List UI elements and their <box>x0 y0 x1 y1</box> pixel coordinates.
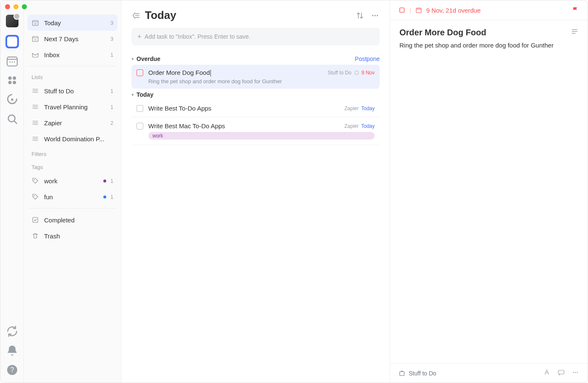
svg-point-9 <box>11 98 13 100</box>
comment-icon[interactable] <box>557 369 565 378</box>
flag-icon[interactable] <box>572 6 579 14</box>
close-window-icon[interactable] <box>5 4 10 9</box>
chevron-down-icon: ▾ <box>131 92 134 98</box>
detail-description[interactable]: Ring the pet shop and order more dog foo… <box>399 42 578 49</box>
svg-point-8 <box>13 81 16 84</box>
sidebar-item-inbox[interactable]: Inbox1 <box>27 47 118 63</box>
sidebar-item-label: Zapier <box>44 119 110 127</box>
collapse-icon[interactable] <box>131 11 141 20</box>
task-list: Zapier <box>344 106 359 111</box>
main-panel: Today + Add task to "Inbox". Press Enter… <box>121 0 390 383</box>
svg-point-17 <box>34 180 35 180</box>
more-icon[interactable] <box>370 11 380 20</box>
sidebar-list-item[interactable]: Stuff to Do1 <box>27 83 118 99</box>
pomodoro-icon[interactable] <box>5 93 19 106</box>
task-checkbox[interactable] <box>136 105 143 112</box>
sidebar-item-label: Today <box>44 19 110 26</box>
task-title[interactable]: Order More Dog Food <box>148 69 328 77</box>
sort-icon[interactable] <box>355 11 365 20</box>
zoom-window-icon[interactable] <box>22 4 27 9</box>
add-task-input[interactable]: + Add task to "Inbox". Press Enter to sa… <box>131 28 380 45</box>
bell-icon[interactable] <box>5 344 19 357</box>
svg-point-2 <box>9 61 10 63</box>
sidebar-item-count: 1 <box>110 178 113 184</box>
svg-point-22 <box>377 15 378 16</box>
paragraph-icon[interactable] <box>571 28 578 37</box>
trash-icon <box>32 232 39 240</box>
detail-panel: | 9 Nov, 21d overdue Order More Dog Food… <box>390 0 588 383</box>
avatar[interactable] <box>6 15 18 27</box>
add-task-placeholder: Add task to "Inbox". Press Enter to save… <box>144 33 250 40</box>
page-title: Today <box>145 9 349 22</box>
list-icon <box>32 87 39 95</box>
detail-due-date[interactable]: 9 Nov, 21d overdue <box>426 7 481 14</box>
more-icon[interactable] <box>572 369 579 378</box>
help-icon[interactable]: ? <box>5 363 19 377</box>
sidebar-tag-item[interactable]: work1 <box>27 173 118 189</box>
task-item[interactable]: Order More Dog FoodStuff to Do9 NovRing … <box>131 65 380 89</box>
svg-point-21 <box>374 15 375 16</box>
sidebar-completed[interactable]: Completed <box>27 212 118 228</box>
svg-point-30 <box>577 372 578 373</box>
window-controls[interactable] <box>5 4 27 9</box>
week-icon: 7h <box>32 35 39 42</box>
sidebar-item-today[interactable]: 30Today3 <box>27 15 118 31</box>
section-label: Overdue <box>136 55 160 62</box>
sidebar-item-next-7-days[interactable]: 7hNext 7 Days3 <box>27 31 118 47</box>
task-tag[interactable]: work <box>148 132 375 140</box>
detail-list-name[interactable]: Stuff to Do <box>409 370 436 377</box>
sync-icon[interactable] <box>5 325 19 338</box>
list-chip-icon <box>354 70 359 75</box>
svg-rect-24 <box>400 8 404 13</box>
sidebar-item-label: Travel Planning <box>44 103 110 111</box>
task-item[interactable]: Write Best To-Do AppsZapierToday <box>131 100 380 116</box>
section-overdue[interactable]: ▾ Overdue Postpone <box>131 55 380 62</box>
matrix-icon[interactable] <box>5 74 19 87</box>
sidebar-item-count: 3 <box>110 20 113 26</box>
tasks-icon[interactable] <box>5 35 19 48</box>
sidebar-item-label: Next 7 Days <box>44 35 110 42</box>
text-style-icon[interactable] <box>543 369 551 378</box>
svg-text:7h: 7h <box>34 39 37 41</box>
plus-icon: + <box>137 33 141 40</box>
sidebar-item-count: 2 <box>110 120 113 126</box>
sidebar-item-label: Inbox <box>44 51 110 58</box>
sidebar-item-count: 1 <box>110 52 113 58</box>
detail-checkbox[interactable] <box>399 7 405 13</box>
task-title[interactable]: Write Best Mac To-Do Apps <box>148 122 344 129</box>
sidebar-list-item[interactable]: Zapier2 <box>27 115 118 131</box>
postpone-button[interactable]: Postpone <box>355 55 380 62</box>
move-list-icon[interactable] <box>399 370 405 377</box>
sidebar-item-label: work <box>44 177 103 185</box>
task-checkbox[interactable] <box>136 123 143 129</box>
sidebar-item-count: 1 <box>110 104 113 110</box>
svg-point-6 <box>13 77 16 80</box>
sidebar-item-label: World Domination P... <box>44 135 113 143</box>
sidebar-trash[interactable]: Trash <box>27 228 118 244</box>
sidebar-item-label: Completed <box>44 217 113 224</box>
task-item[interactable]: Write Best Mac To-Do AppsZapierTodaywork <box>131 118 380 144</box>
svg-rect-0 <box>7 37 17 47</box>
task-checkbox[interactable] <box>136 69 143 76</box>
minimize-window-icon[interactable] <box>13 4 18 9</box>
search-icon[interactable] <box>5 112 19 126</box>
inbox-icon <box>32 51 39 58</box>
svg-text:?: ? <box>10 366 14 373</box>
calendar-icon[interactable] <box>5 54 19 68</box>
task-date: Today <box>361 106 375 111</box>
tags-header: Tags <box>27 160 118 173</box>
sidebar-list-item[interactable]: World Domination P... <box>27 131 118 147</box>
sidebar: 30Today37hNext 7 Days3Inbox1 Lists Stuff… <box>24 0 121 383</box>
svg-rect-25 <box>416 8 421 13</box>
sidebar-list-item[interactable]: Travel Planning1 <box>27 99 118 115</box>
svg-point-28 <box>573 372 574 373</box>
svg-point-20 <box>372 15 373 16</box>
svg-point-18 <box>34 195 35 196</box>
svg-rect-26 <box>400 372 404 375</box>
tag-icon <box>32 193 39 201</box>
task-title[interactable]: Write Best To-Do Apps <box>148 105 344 112</box>
section-today[interactable]: ▾ Today <box>131 91 380 98</box>
sidebar-tag-item[interactable]: fun1 <box>27 189 118 205</box>
detail-title[interactable]: Order More Dog Food <box>399 28 486 37</box>
task-list: Stuff to Do <box>328 70 351 76</box>
